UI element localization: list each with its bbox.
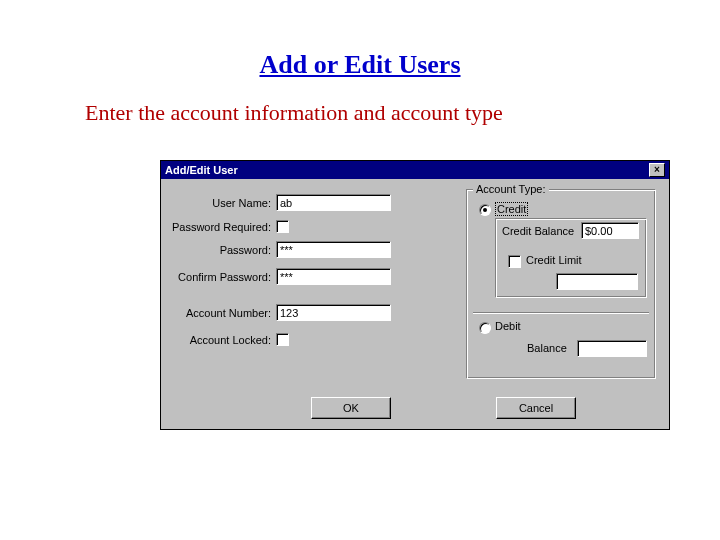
confirm-password-label: Confirm Password: [161,271,271,283]
password-label: Password: [161,244,271,256]
dialog-titlebar: Add/Edit User × [161,161,669,179]
debit-balance-label: Balance [527,342,567,354]
credit-subgroup: Credit Balance Credit Limit [495,218,647,298]
page-subtitle: Enter the account information and accoun… [85,100,720,126]
ok-button[interactable]: OK [311,397,391,419]
credit-limit-input[interactable] [556,273,638,290]
add-edit-user-dialog: Add/Edit User × User Name: Password Requ… [160,160,670,430]
debit-radio[interactable] [479,322,491,334]
account-locked-checkbox[interactable] [276,333,289,346]
account-type-legend: Account Type: [473,183,549,195]
account-type-group: Account Type: Credit Credit Balance Cred… [466,189,656,379]
password-required-label: Password Required: [161,221,271,233]
credit-limit-label: Credit Limit [526,254,582,266]
debit-radio-label: Debit [495,320,521,332]
close-button[interactable]: × [649,163,665,177]
page-title: Add or Edit Users [0,50,720,80]
credit-balance-label: Credit Balance [502,225,574,237]
credit-limit-checkbox[interactable] [508,255,521,268]
account-number-label: Account Number: [161,307,271,319]
password-input[interactable] [276,241,391,258]
debit-balance-input[interactable] [577,340,647,357]
user-name-input[interactable] [276,194,391,211]
confirm-password-input[interactable] [276,268,391,285]
account-number-input[interactable] [276,304,391,321]
account-locked-label: Account Locked: [161,334,271,346]
user-name-label: User Name: [161,197,271,209]
group-separator [473,312,649,314]
cancel-button[interactable]: Cancel [496,397,576,419]
password-required-checkbox[interactable] [276,220,289,233]
credit-balance-input[interactable] [581,222,639,239]
dialog-title: Add/Edit User [165,161,238,179]
credit-radio-label: Credit [495,202,528,216]
credit-radio[interactable] [479,204,491,216]
